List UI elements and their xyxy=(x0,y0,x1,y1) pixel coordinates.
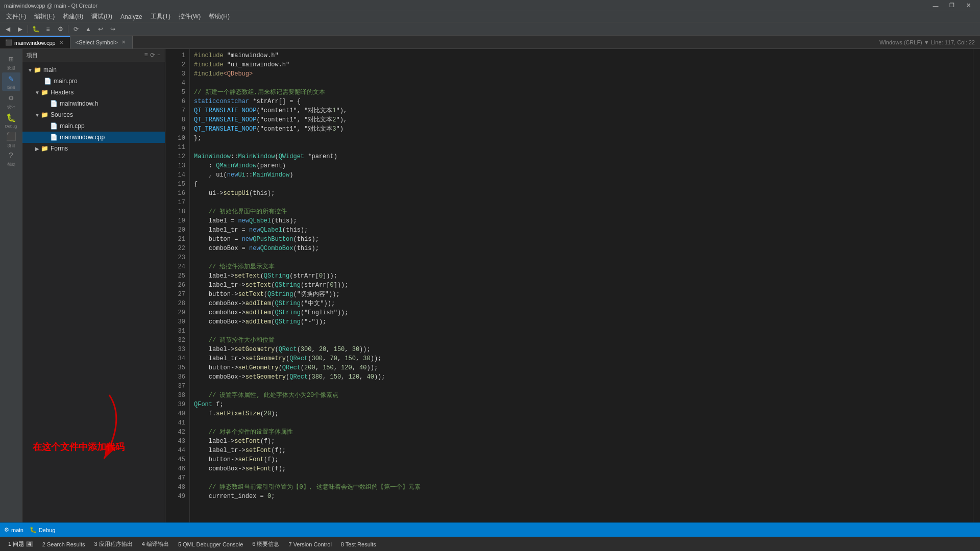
file-tree-panel: 项目 ≡ ⟳ – ▼ 📁 main 📄 main.pro xyxy=(22,49,165,522)
code-line-27: button->setText(QString("切换内容")); xyxy=(194,290,969,299)
sidebar-icon-欢迎[interactable]: ⊞欢迎 xyxy=(2,53,20,71)
line-number-49: 49 xyxy=(165,492,185,501)
menu-item-d[interactable]: 调试(D) xyxy=(87,11,116,22)
tree-folder-forms[interactable]: ▶ 📁 Forms xyxy=(22,143,165,154)
code-line-40: f.setPixelSize(20); xyxy=(194,409,969,418)
main-cpp-icon: 📄 xyxy=(50,122,58,130)
line-number-8: 8 xyxy=(165,115,185,124)
code-text[interactable]: #include "mainwindow.h"#include "ui_main… xyxy=(190,49,973,522)
bottom-tab-3[interactable]: 4 编译输出 xyxy=(138,537,173,552)
line-number-3: 3 xyxy=(165,69,185,79)
code-line-1: #include "mainwindow.h" xyxy=(194,51,969,60)
tree-file-main-cpp[interactable]: 📄 main.cpp xyxy=(22,120,165,132)
minimap-panel xyxy=(973,49,980,522)
tree-root-main[interactable]: ▼ 📁 main xyxy=(22,64,165,76)
tab-mainwindow-cpp[interactable]: ⬛ mainwindow.cpp ✕ xyxy=(0,36,70,48)
line-number-43: 43 xyxy=(165,437,185,446)
line-number-12: 12 xyxy=(165,152,185,161)
sync-tree-icon[interactable]: ⟳ xyxy=(150,52,155,59)
bottom-tab-5[interactable]: 6 概要信息 xyxy=(248,537,283,552)
menu-item-f[interactable]: 文件(F) xyxy=(2,11,30,22)
expand-button[interactable]: ↪ xyxy=(107,24,118,34)
tree-file-main-pro[interactable]: 📄 main.pro xyxy=(22,76,165,87)
code-line-20: label_tr = new QLabel(this); xyxy=(194,226,969,235)
code-line-2: #include "ui_mainwindow.h" xyxy=(194,60,969,69)
sidebar-icon-帮助[interactable]: ?帮助 xyxy=(2,150,20,168)
collapse-tree-icon[interactable]: – xyxy=(157,52,161,59)
forward-button[interactable]: ▶ xyxy=(14,24,26,34)
menu-item-e[interactable]: 编辑(E) xyxy=(30,11,59,22)
bottom-tab-6[interactable]: 7 Version Control xyxy=(284,537,335,552)
code-line-12: MainWindow::MainWindow(QWidget *parent) xyxy=(194,152,969,161)
code-line-42: // 对各个控件的设置字体属性 xyxy=(194,428,969,437)
bottom-tab-1[interactable]: 2 Search Results xyxy=(38,537,89,552)
code-line-30: comboBox->addItem(QString("-")); xyxy=(194,317,969,327)
headers-folder-label: Headers xyxy=(51,89,74,96)
line-number-44: 44 xyxy=(165,446,185,455)
nav-button[interactable]: ↩ xyxy=(95,24,106,34)
line-number-13: 13 xyxy=(165,161,185,170)
minimize-button[interactable]: — xyxy=(928,1,943,10)
line-number-26: 26 xyxy=(165,281,185,290)
code-line-44: label_tr->setFont(f); xyxy=(194,446,969,455)
pro-file-label: main.pro xyxy=(54,78,78,85)
menu-item-w[interactable]: 控件(W) xyxy=(175,11,205,22)
filter-tree-icon[interactable]: ≡ xyxy=(144,52,148,59)
sources-folder-label: Sources xyxy=(51,111,73,118)
tree-file-mainwindow-cpp[interactable]: 📄 mainwindow.cpp xyxy=(22,132,165,143)
line-number-47: 47 xyxy=(165,473,185,483)
sidebar-icon-编辑[interactable]: ✎编辑 xyxy=(2,72,20,91)
up-button[interactable]: ▲ xyxy=(83,24,94,34)
tab-select-label: <Select Symbol> xyxy=(76,39,118,45)
maximize-button[interactable]: ❐ xyxy=(944,1,960,10)
bottom-tab-4[interactable]: 5 QML Debugger Console xyxy=(174,537,247,552)
tab-select-close-icon[interactable]: ✕ xyxy=(120,39,127,46)
main-layout: ⊞欢迎✎编辑⚙设计🐛Debug⬛项目?帮助 项目 ≡ ⟳ – ▼ 📁 main xyxy=(0,49,980,522)
headers-expand-arrow: ▼ xyxy=(34,90,41,95)
tab-select-symbol[interactable]: <Select Symbol> ✕ xyxy=(70,36,133,48)
debug-button[interactable]: 🐛 xyxy=(30,24,41,34)
bottom-tab-2[interactable]: 3 应用程序输出 xyxy=(90,537,137,552)
tab-right-info: Windows (CRLF) ▼ Line: 117, Col: 22 xyxy=(874,36,980,48)
line-number-23: 23 xyxy=(165,253,185,262)
back-button[interactable]: ◀ xyxy=(2,24,13,34)
headers-folder-icon: 📁 xyxy=(41,89,48,96)
settings-button[interactable]: ⚙ xyxy=(55,24,66,34)
line-number-2: 2 xyxy=(165,60,185,69)
tree-folder-sources[interactable]: ▼ 📁 Sources xyxy=(22,109,165,120)
tab-close-icon[interactable]: ✕ xyxy=(58,39,65,46)
line-number-24: 24 xyxy=(165,262,185,271)
code-line-21: button = new QPushButton(this); xyxy=(194,235,969,244)
sidebar-icon-设计[interactable]: ⚙设计 xyxy=(2,92,20,110)
tree-file-mainwindow-h[interactable]: 📄 mainwindow.h xyxy=(22,98,165,109)
line-number-6: 6 xyxy=(165,97,185,106)
bottom-tab-7[interactable]: 8 Test Results xyxy=(337,537,380,552)
menu-item-b[interactable]: 构建(B) xyxy=(59,11,87,22)
sources-expand-arrow: ▼ xyxy=(34,112,41,118)
code-line-22: comboBox = new QComboBox(this); xyxy=(194,244,969,253)
code-line-3: #include <QDebug> xyxy=(194,69,969,79)
code-line-47 xyxy=(194,473,969,483)
menu-item-t[interactable]: 工具(T) xyxy=(146,11,175,22)
status-debug-text: Debug xyxy=(39,527,55,533)
line-number-35: 35 xyxy=(165,363,185,372)
sidebar-icon-项目[interactable]: ⬛项目 xyxy=(2,131,20,149)
line-number-4: 4 xyxy=(165,79,185,88)
close-button[interactable]: ✕ xyxy=(961,1,976,10)
line-number-17: 17 xyxy=(165,198,185,207)
menu-item-analyze[interactable]: Analyze xyxy=(116,12,146,21)
line-number-1: 1 xyxy=(165,51,185,60)
code-line-8: QT_TRANSLATE_NOOP("content1", "对比文本2"), xyxy=(194,115,969,124)
line-number-11: 11 xyxy=(165,143,185,152)
bottom-tab-0[interactable]: 1 问题 4 xyxy=(4,537,37,552)
code-line-25: label->setText(QString(strArr[0])); xyxy=(194,271,969,281)
file-tree-title: 项目 xyxy=(27,52,38,59)
file-tree-content: ▼ 📁 main 📄 main.pro ▼ 📁 Headers xyxy=(22,62,165,522)
filter-button[interactable]: ≡ xyxy=(42,24,54,34)
code-line-31 xyxy=(194,327,969,336)
tree-folder-headers[interactable]: ▼ 📁 Headers xyxy=(22,87,165,98)
menu-item-h[interactable]: 帮助(H) xyxy=(205,11,234,22)
sidebar-icon-Debug[interactable]: 🐛Debug xyxy=(2,111,20,130)
sync-button[interactable]: ⟳ xyxy=(70,24,82,34)
line-number-45: 45 xyxy=(165,455,185,464)
